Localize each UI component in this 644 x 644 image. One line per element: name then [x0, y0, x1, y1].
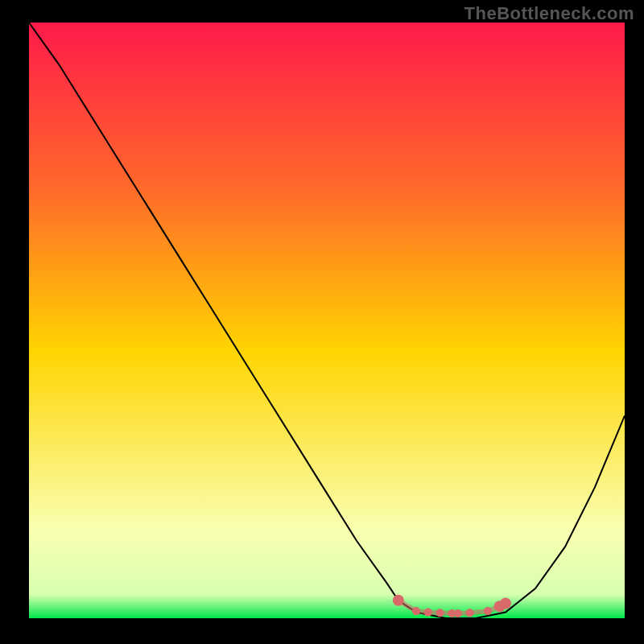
watermark-label: TheBottleneck.com	[464, 3, 634, 24]
marker-dot	[500, 598, 511, 609]
marker-dot	[454, 609, 462, 617]
chart-svg	[0, 0, 644, 644]
plot-area	[29, 23, 625, 618]
marker-dot	[466, 609, 474, 617]
marker-dot	[484, 607, 492, 615]
chart-root: TheBottleneck.com	[0, 0, 644, 644]
marker-dot	[412, 607, 420, 615]
marker-dot	[424, 609, 432, 617]
marker-dot	[393, 595, 404, 606]
marker-dot	[436, 609, 444, 617]
